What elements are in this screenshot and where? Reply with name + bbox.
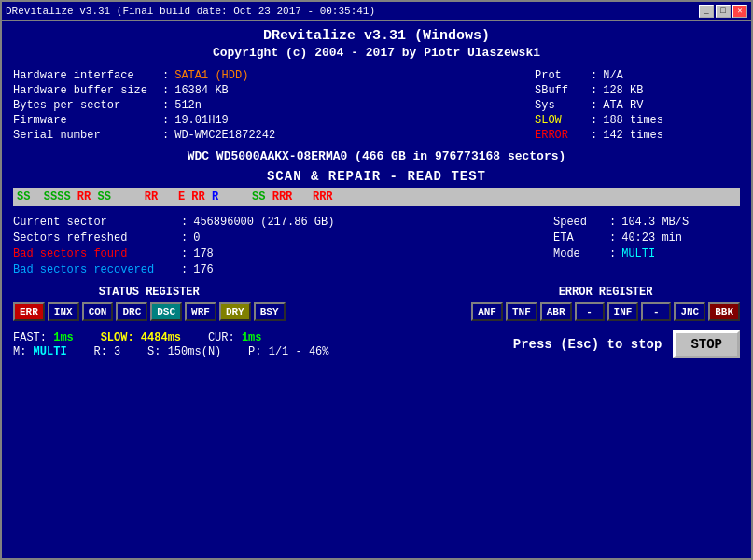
status-btn-drc[interactable]: DRC: [116, 302, 147, 321]
error-label: ERROR: [535, 129, 591, 142]
prot-label: Prot: [535, 69, 591, 82]
slow-value: 188 times: [603, 114, 663, 127]
current-sector-row: Current sector : 456896000 (217.86 GB): [13, 216, 334, 229]
speed-row: Speed : 104.3 MB/S: [553, 216, 740, 229]
r-label: R:: [93, 345, 106, 358]
prot-row: Prot : N/A: [535, 69, 740, 82]
error-btn-bbk[interactable]: BBK: [708, 302, 740, 321]
stop-area: Press (Esc) to stop STOP: [513, 330, 740, 358]
press-esc-text: Press (Esc) to stop: [513, 337, 662, 352]
status-register-buttons: ERR INX CON DRC DSC WRF DRY BSY: [13, 302, 286, 321]
sectors-refreshed-value: 0: [193, 231, 200, 245]
status-btn-wrf[interactable]: WRF: [185, 302, 216, 321]
close-button[interactable]: ✕: [732, 5, 747, 18]
scan-left: Current sector : 456896000 (217.86 GB) S…: [13, 216, 334, 276]
firmware-label: Firmware: [13, 114, 162, 127]
slow-row: SLOW : 188 times: [535, 114, 740, 127]
firmware-value: 19.01H19: [174, 114, 229, 127]
info-grid: Hardware interface : SATA1 (HDD) Hardwar…: [13, 69, 740, 142]
prot-value: N/A: [603, 69, 623, 82]
title-bar-controls: _ □ ✕: [699, 5, 747, 18]
cur-value: 1ms: [242, 331, 262, 344]
title-bar-text: DRevitalize v3.31 (Final build date: Oct…: [6, 6, 375, 17]
bottom-status-line1: FAST: 1ms SLOW: 4484ms CUR: 1ms: [13, 331, 329, 344]
buffer-row: Hardware buffer size : 16384 KB: [13, 84, 275, 97]
cur-label: CUR:: [208, 331, 235, 344]
slow-label: SLOW:: [101, 331, 134, 344]
status-register: STATUS REGISTER ERR INX CON DRC DSC WRF …: [13, 286, 286, 321]
buffer-label: Hardware buffer size: [13, 84, 162, 97]
error-register-title: ERROR REGISTER: [559, 286, 653, 299]
main-window: DRevitalize v3.31 (Final build date: Oct…: [0, 0, 753, 560]
interface-label: Hardware interface: [13, 69, 162, 82]
info-left: Hardware interface : SATA1 (HDD) Hardwar…: [13, 69, 275, 142]
title-bar: DRevitalize v3.31 (Final build date: Oct…: [2, 2, 751, 21]
status-btn-dry[interactable]: DRY: [219, 302, 251, 321]
scan-title: SCAN & REPAIR - READ TEST: [13, 169, 740, 184]
speed-value: 104.3 MB/S: [621, 216, 689, 229]
bytes-row: Bytes per sector : 512n: [13, 99, 275, 112]
sectors-refreshed-row: Sectors refreshed : 0: [13, 231, 334, 245]
bad-sectors-row: Bad sectors found : 178: [13, 247, 334, 260]
progress-bar: SS SSSS RR SS RR E RR R SS RRR RRR: [13, 188, 740, 206]
fast-value: 1ms: [53, 331, 74, 344]
bottom-status-line2: M: MULTI R: 3 S: 150ms(N) P: 1/1 - 46%: [13, 345, 329, 358]
stop-button[interactable]: STOP: [673, 330, 740, 358]
error-btn-dash1[interactable]: -: [575, 302, 605, 321]
serial-row: Serial number : WD-WMC2E1872242: [13, 129, 275, 142]
bad-sectors-label: Bad sectors found: [13, 247, 181, 260]
disk-title: WDC WD5000AAKX-08ERMA0 (466 GB in 976773…: [13, 149, 740, 163]
error-btn-tnf[interactable]: TNF: [506, 302, 537, 321]
mode-val: MULTI: [34, 345, 67, 358]
bytes-label: Bytes per sector: [13, 99, 162, 112]
error-btn-inf[interactable]: INF: [607, 302, 639, 321]
bytes-value: 512n: [174, 99, 202, 112]
status-register-title: STATUS REGISTER: [99, 286, 200, 299]
serial-value: WD-WMC2E1872242: [174, 129, 275, 142]
error-btn-anf[interactable]: ANF: [471, 302, 503, 321]
speed-label: Speed: [553, 216, 609, 229]
error-row: ERROR : 142 times: [535, 129, 740, 142]
status-btn-con[interactable]: CON: [82, 302, 114, 321]
maximize-button[interactable]: □: [716, 5, 731, 18]
status-btn-err[interactable]: ERR: [13, 302, 45, 321]
eta-value: 40:23 min: [621, 231, 682, 245]
current-sector-label: Current sector: [13, 216, 181, 229]
eta-label: ETA: [553, 231, 609, 245]
firmware-row: Firmware : 19.01H19: [13, 114, 275, 127]
app-title: DRevitalize v3.31 (Windows): [13, 28, 740, 44]
hardware-interface-row: Hardware interface : SATA1 (HDD): [13, 69, 275, 82]
error-btn-jnc[interactable]: JNC: [674, 302, 705, 321]
status-section: STATUS REGISTER ERR INX CON DRC DSC WRF …: [13, 286, 740, 321]
error-register-buttons: ANF TNF ABR - INF - JNC BBK: [471, 302, 740, 321]
progress-text: SS SSSS RR SS RR E RR R SS RRR RRR: [17, 190, 333, 203]
mode-value: MULTI: [621, 247, 655, 260]
bad-recovered-value: 176: [193, 263, 214, 276]
sbuff-label: SBuff: [535, 84, 591, 97]
error-register: ERROR REGISTER ANF TNF ABR - INF - JNC B…: [471, 286, 740, 321]
buffer-value: 16384 KB: [174, 84, 229, 97]
bad-sectors-value: 178: [193, 247, 214, 260]
sbuff-row: SBuff : 128 KB: [535, 84, 740, 97]
fast-label: FAST:: [13, 331, 47, 344]
minimize-button[interactable]: _: [699, 5, 714, 18]
sys-row: Sys : ATA RV: [535, 99, 740, 112]
info-right: Prot : N/A SBuff : 128 KB Sys : ATA RV S…: [535, 69, 740, 142]
bottom-bar: FAST: 1ms SLOW: 4484ms CUR: 1ms M: MULTI…: [13, 327, 740, 358]
error-btn-abr[interactable]: ABR: [540, 302, 572, 321]
status-btn-inx[interactable]: INX: [48, 302, 79, 321]
scan-right: Speed : 104.3 MB/S ETA : 40:23 min Mode …: [553, 216, 740, 276]
bad-recovered-row: Bad sectors recovered : 176: [13, 263, 334, 276]
eta-row: ETA : 40:23 min: [553, 231, 740, 245]
scan-stats: Current sector : 456896000 (217.86 GB) S…: [13, 216, 740, 276]
slow-label: SLOW: [535, 114, 591, 127]
status-btn-dsc[interactable]: DSC: [150, 302, 182, 321]
sys-label: Sys: [535, 99, 591, 112]
status-btn-bsy[interactable]: BSY: [254, 302, 286, 321]
mode-prefix: M:: [13, 345, 26, 358]
mode-row: Mode : MULTI: [553, 247, 740, 260]
sectors-refreshed-label: Sectors refreshed: [13, 231, 181, 245]
error-btn-dash2[interactable]: -: [641, 302, 671, 321]
bottom-left: FAST: 1ms SLOW: 4484ms CUR: 1ms M: MULTI…: [13, 331, 329, 358]
app-subtitle: Copyright (c) 2004 - 2017 by Piotr Ulasz…: [13, 46, 740, 60]
